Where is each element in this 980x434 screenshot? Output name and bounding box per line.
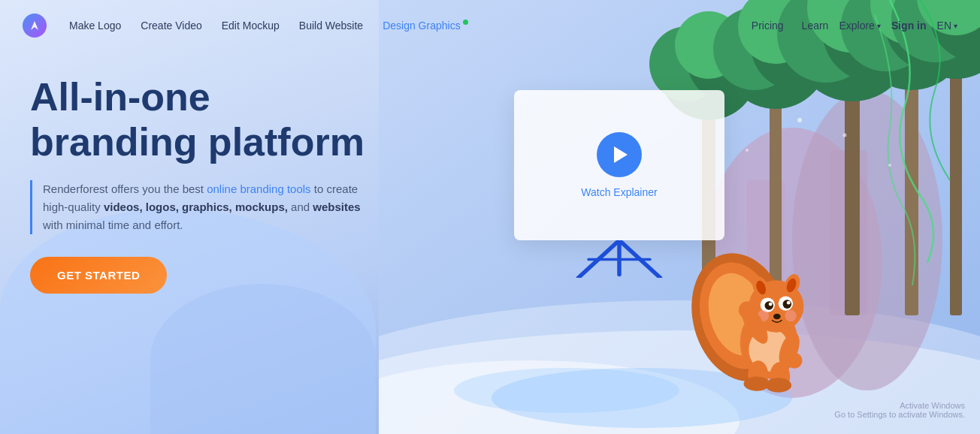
svg-point-51 (764, 301, 773, 310)
hero-title: All-in-one branding platform (30, 75, 421, 165)
new-badge (463, 20, 468, 25)
lang-chevron-icon: ▾ (954, 22, 957, 30)
squirrel-illustration (679, 209, 830, 404)
nav-make-logo[interactable]: Make Logo (62, 14, 129, 38)
nav-links-right: Pricing Learn Explore ▾ Sign in EN ▾ (744, 14, 957, 38)
svg-point-54 (787, 301, 791, 305)
svg-point-61 (786, 353, 802, 369)
activate-windows-watermark: Activate Windows Go to Settings to activ… (834, 401, 965, 419)
nav-signin[interactable]: Sign in (884, 14, 934, 38)
explore-chevron-icon: ▾ (877, 22, 881, 30)
bg-blob-2 (150, 284, 376, 434)
svg-point-35 (797, 118, 802, 122)
svg-point-52 (783, 300, 792, 309)
nav-pricing[interactable]: Pricing (744, 14, 791, 38)
watch-explainer-label: Watch Explainer (581, 186, 657, 198)
svg-point-59 (739, 301, 756, 318)
svg-point-57 (785, 310, 796, 321)
svg-point-38 (888, 164, 891, 167)
svg-point-36 (746, 149, 749, 152)
svg-marker-70 (31, 21, 38, 30)
play-icon (614, 146, 628, 163)
nav-explore[interactable]: Explore ▾ (839, 20, 880, 32)
nav-links-left: Make Logo Create Video Edit Mockup Build… (62, 14, 744, 38)
svg-point-37 (843, 134, 847, 137)
nav-create-video[interactable]: Create Video (133, 14, 209, 38)
svg-point-55 (773, 314, 781, 320)
nav-lang[interactable]: EN ▾ (937, 20, 957, 32)
hero-section: All-in-one branding platform Renderfores… (0, 0, 980, 434)
nav-edit-mockup[interactable]: Edit Mockup (214, 14, 287, 38)
svg-point-53 (769, 303, 773, 306)
logo-area[interactable] (23, 14, 47, 38)
hero-description: Renderforest offers you the best online … (30, 180, 361, 234)
hero-content: All-in-one branding platform Renderfores… (30, 75, 421, 294)
play-button[interactable] (597, 132, 642, 177)
svg-point-65 (765, 378, 791, 392)
navbar: Make Logo Create Video Edit Mockup Build… (0, 0, 980, 51)
logo-icon (23, 14, 47, 38)
nav-learn[interactable]: Learn (794, 14, 836, 38)
get-started-button[interactable]: GET STARTED (30, 257, 167, 294)
svg-point-34 (454, 368, 679, 413)
nav-build-website[interactable]: Build Website (292, 14, 371, 38)
nav-design-graphics[interactable]: Design Graphics (375, 14, 476, 38)
